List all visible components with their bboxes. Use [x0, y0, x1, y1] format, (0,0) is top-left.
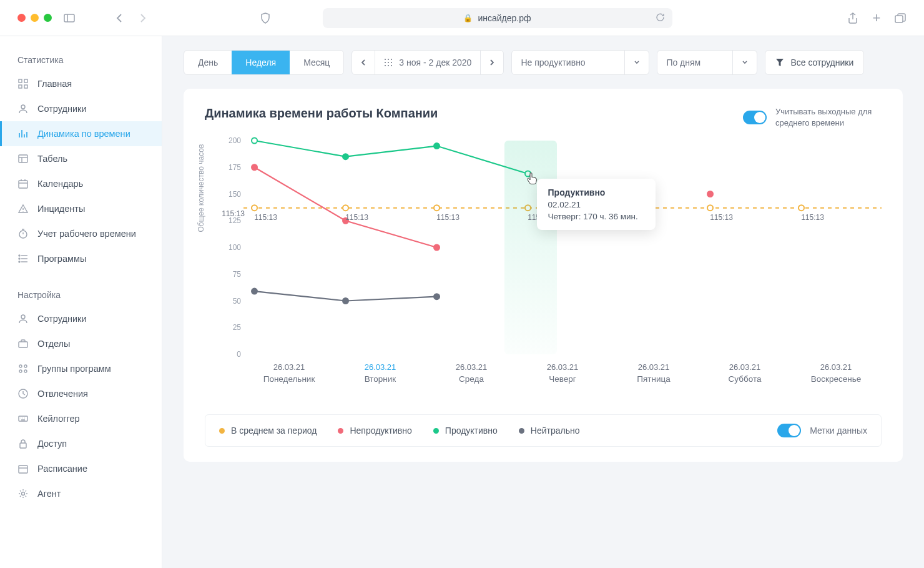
y-tick: 50 — [233, 297, 241, 306]
minimize-window[interactable] — [31, 14, 39, 22]
date-range-picker[interactable]: 3 ноя - 2 дек 2020 — [375, 51, 480, 74]
sidebar-item-label: Сотрудники — [37, 314, 87, 324]
y-tick: 200 — [229, 136, 241, 145]
sidebar-item-settings-employees[interactable]: Сотрудники — [0, 306, 162, 331]
sidebar-item-label: Программы — [37, 254, 86, 264]
reload-icon[interactable] — [656, 12, 665, 24]
forward-icon[interactable] — [137, 12, 149, 24]
svg-point-61 — [434, 294, 440, 299]
x-axis-category: 26.03.21Суббота — [699, 362, 790, 403]
svg-point-45 — [343, 205, 348, 211]
productivity-select[interactable]: Не продуктивно — [511, 50, 649, 75]
legend-neutral[interactable]: Нейтрально — [519, 426, 580, 436]
sidebar-item-schedule[interactable]: Расписание — [0, 456, 162, 481]
shield-icon[interactable] — [259, 12, 272, 24]
svg-point-27 — [24, 370, 27, 372]
group-value: По дням — [666, 57, 700, 67]
sidebar-item-employees[interactable]: Сотрудники — [0, 96, 162, 121]
svg-rect-6 — [24, 85, 27, 88]
sidebar-item-distractions[interactable]: Отвлечения — [0, 381, 162, 406]
group-select[interactable]: По дням — [657, 50, 757, 75]
sidebar-item-incidents[interactable]: Инциденты — [0, 196, 162, 221]
back-icon[interactable] — [113, 12, 125, 24]
x-axis-category: 26.03.21Среда — [426, 362, 517, 403]
svg-point-25 — [24, 365, 27, 367]
sidebar-item-access[interactable]: Доступ — [0, 431, 162, 456]
legend-prod[interactable]: Продуктивно — [433, 426, 498, 436]
x-day: Чеверг — [517, 374, 608, 384]
legend-avg[interactable]: В среднем за период — [219, 426, 317, 436]
x-day: Воскресенье — [790, 374, 882, 384]
sidebar-item-worktime[interactable]: Учет рабочего времени — [0, 221, 162, 246]
legend-nonprod[interactable]: Непродуктивно — [338, 426, 411, 436]
sidebar-item-label: Группы программ — [37, 364, 111, 374]
sidebar-item-calendar[interactable]: Календарь — [0, 171, 162, 196]
browser-toolbar: 🔒 инсайдер.рф + — [0, 0, 924, 36]
new-tab-icon[interactable]: + — [870, 12, 883, 24]
svg-point-51 — [252, 138, 257, 144]
range-week[interactable]: Неделя — [232, 51, 290, 74]
sidebar-item-program-groups[interactable]: Группы программ — [0, 356, 162, 381]
avg-data-label: 115:13 — [801, 213, 824, 222]
prev-period[interactable] — [352, 51, 375, 74]
x-day: Суббота — [699, 374, 790, 384]
warning-icon — [17, 203, 29, 214]
svg-rect-29 — [19, 416, 27, 421]
range-segment: День Неделя Месяц — [184, 50, 344, 75]
sidebar-toggle-icon[interactable] — [63, 12, 76, 24]
svg-point-24 — [19, 365, 22, 367]
chart-card: Динамика времени работы Компании Учитыва… — [184, 89, 903, 462]
share-icon[interactable] — [847, 12, 859, 24]
url-text: инсайдер.рф — [478, 13, 531, 23]
employee-filter[interactable]: Все сотрудники — [765, 50, 864, 75]
weekend-toggle-label: Учитывать выходные для среднего времени — [775, 106, 882, 128]
svg-rect-4 — [24, 79, 27, 82]
tooltip-value: Четверг: 170 ч. 36 мин. — [548, 212, 644, 221]
sidebar-item-programs[interactable]: Программы — [0, 246, 162, 271]
sidebar-item-label: Табель — [37, 154, 67, 164]
sidebar-item-timesheet[interactable]: Табель — [0, 146, 162, 171]
lock-icon: 🔒 — [463, 14, 473, 22]
gear-icon — [17, 488, 29, 499]
sidebar-item-dynamics[interactable]: Динамика по времени — [0, 121, 162, 146]
x-date: 26.03.21 — [243, 362, 335, 372]
sidebar-item-agent[interactable]: Агент — [0, 481, 162, 506]
url-bar[interactable]: 🔒 инсайдер.рф — [323, 8, 672, 28]
data-labels-toggle[interactable] — [777, 424, 801, 437]
x-day: Среда — [426, 374, 517, 384]
svg-rect-2 — [895, 16, 903, 22]
range-month[interactable]: Месяц — [290, 51, 343, 74]
chart-tooltip: Продуктивно02.02.21Четверг: 170 ч. 36 ми… — [537, 179, 656, 230]
x-date: 26.03.21 — [335, 362, 426, 372]
svg-point-59 — [252, 289, 257, 294]
sidebar-item-departments[interactable]: Отделы — [0, 331, 162, 356]
svg-point-40 — [385, 65, 386, 66]
maximize-window[interactable] — [44, 14, 52, 22]
sidebar-item-label: Расписание — [37, 464, 87, 474]
x-date: 26.03.21 — [608, 362, 699, 372]
svg-rect-5 — [19, 85, 22, 88]
tabs-icon[interactable] — [894, 12, 907, 24]
svg-rect-23 — [19, 342, 27, 347]
x-axis-category: 26.03.21Вторник — [335, 362, 426, 403]
close-window[interactable] — [17, 14, 26, 22]
y-axis-label: Общее количество часов — [197, 144, 205, 232]
avg-data-label: 115:13 — [345, 213, 368, 222]
list-icon — [17, 253, 29, 264]
svg-point-46 — [434, 205, 440, 211]
svg-point-57 — [434, 245, 440, 251]
sidebar-item-label: Агент — [37, 489, 61, 499]
sidebar-item-keylogger[interactable]: Кейлоггер — [0, 406, 162, 431]
svg-rect-3 — [19, 79, 22, 82]
x-date: 26.03.21 — [790, 362, 882, 372]
svg-point-37 — [385, 62, 386, 63]
weekend-toggle[interactable] — [743, 111, 767, 124]
date-range-control: 3 ноя - 2 дек 2020 — [351, 50, 504, 75]
svg-rect-0 — [64, 14, 74, 22]
range-day[interactable]: День — [184, 51, 232, 74]
next-period[interactable] — [481, 51, 503, 74]
svg-point-44 — [252, 205, 257, 211]
sidebar-item-label: Инциденты — [37, 204, 85, 214]
svg-rect-31 — [19, 466, 27, 473]
sidebar-item-home[interactable]: Главная — [0, 71, 162, 96]
